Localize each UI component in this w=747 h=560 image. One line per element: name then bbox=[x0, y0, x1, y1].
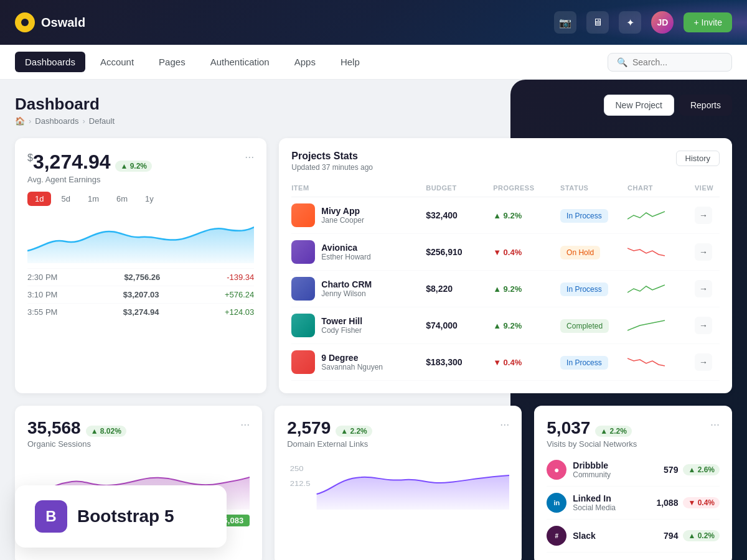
share-icon[interactable]: ✦ bbox=[619, 11, 641, 34]
top-grid: $3,274.94 ▲ 9.2% Avg. Agent Earnings ···… bbox=[15, 138, 732, 393]
filter-1m[interactable]: 1m bbox=[80, 192, 106, 206]
projects-card-header: Projects Stats Updated 37 minutes ago Hi… bbox=[291, 151, 720, 172]
project-row-charto: Charto CRM Jenny Wilson $8,220 ▲ 9.2% In… bbox=[291, 271, 720, 307]
status-badge: In Process bbox=[560, 356, 608, 370]
filter-6m[interactable]: 6m bbox=[109, 192, 135, 206]
earnings-label: Avg. Agent Earnings bbox=[27, 175, 152, 184]
nav-item-account[interactable]: Account bbox=[90, 52, 144, 72]
status-badge: Completed bbox=[560, 319, 609, 333]
new-project-button[interactable]: New Project bbox=[604, 95, 674, 116]
time-filters: 1d 5d 1m 6m 1y bbox=[27, 192, 254, 206]
earnings-badge: ▲ 9.2% bbox=[115, 161, 152, 172]
earnings-more-button[interactable]: ··· bbox=[245, 151, 254, 164]
social-row-slack: # Slack 794 ▲ 0.2% bbox=[547, 520, 720, 553]
domain-value: 2,579 bbox=[287, 418, 331, 438]
domain-label: Domain External Links bbox=[287, 439, 372, 449]
camera-icon[interactable]: 📷 bbox=[554, 11, 576, 34]
logo-icon bbox=[15, 12, 35, 32]
row-arrow-charto[interactable]: → bbox=[695, 280, 712, 297]
row-arrow-9degree[interactable]: → bbox=[695, 353, 712, 371]
projects-subtitle: Updated 37 minutes ago bbox=[291, 163, 373, 172]
search-bar[interactable]: 🔍 bbox=[608, 53, 732, 72]
timeline-row: 3:55 PM $3,274.94 +124.03 bbox=[27, 303, 254, 320]
status-badge: In Process bbox=[560, 282, 608, 296]
earnings-chart bbox=[27, 213, 254, 263]
bootstrap-text: Bootstrap 5 bbox=[77, 506, 174, 526]
row-arrow-mivy[interactable]: → bbox=[695, 207, 712, 224]
row-arrow-tower[interactable]: → bbox=[695, 317, 712, 334]
breadcrumb-home: 🏠 bbox=[15, 116, 25, 126]
filter-1y[interactable]: 1y bbox=[138, 192, 161, 206]
status-badge: In Process bbox=[560, 209, 608, 223]
search-icon: 🔍 bbox=[617, 57, 627, 67]
svg-text:212.5: 212.5 bbox=[290, 480, 311, 488]
filter-5d[interactable]: 5d bbox=[54, 192, 77, 206]
navbar: Dashboards Account Pages Authentication … bbox=[0, 45, 747, 80]
page-content: Dashboard 🏠 › Dashboards › Default New P… bbox=[0, 80, 747, 560]
organic-label: Organic Sessions bbox=[27, 439, 126, 449]
page-header-buttons: New Project Reports bbox=[604, 95, 733, 116]
search-input[interactable] bbox=[632, 57, 723, 67]
earnings-value: $3,274.94 bbox=[27, 151, 110, 174]
projects-card: Projects Stats Updated 37 minutes ago Hi… bbox=[279, 138, 732, 393]
history-button[interactable]: History bbox=[676, 151, 720, 166]
row-arrow-avionica[interactable]: → bbox=[695, 243, 712, 261]
earnings-card: $3,274.94 ▲ 9.2% Avg. Agent Earnings ···… bbox=[15, 138, 266, 393]
timeline-row: 3:10 PM $3,207.03 +576.24 bbox=[27, 286, 254, 303]
topbar-actions: 📷 🖥 ✦ JD + Invite bbox=[554, 11, 732, 34]
bootstrap-overlay-card: B Bootstrap 5 bbox=[15, 485, 227, 548]
topbar: Oswald 📷 🖥 ✦ JD + Invite bbox=[0, 0, 747, 45]
invite-button[interactable]: + Invite bbox=[684, 12, 732, 32]
bootstrap-icon: B bbox=[35, 500, 67, 533]
nav-item-apps[interactable]: Apps bbox=[284, 52, 326, 72]
social-networks-card: 5,037 ▲ 2.2% Visits by Social Networks ·… bbox=[534, 406, 732, 560]
social-more-button[interactable]: ··· bbox=[710, 418, 720, 431]
nav-item-authentication[interactable]: Authentication bbox=[200, 52, 280, 72]
projects-title: Projects Stats bbox=[291, 151, 373, 162]
project-row-mivy: Mivy App Jane Cooper $32,400 ▲ 9.2% In P… bbox=[291, 197, 720, 234]
social-badge: ▲ 2.2% bbox=[595, 426, 632, 437]
timeline-rows: 2:30 PM $2,756.26 -139.34 3:10 PM $3,207… bbox=[27, 268, 254, 320]
logo-text: Oswald bbox=[41, 16, 85, 30]
breadcrumb-default: Default bbox=[89, 116, 115, 126]
logo-area: Oswald bbox=[15, 12, 85, 32]
domain-badge: ▲ 2.2% bbox=[336, 426, 372, 437]
domain-chart: 250 212.5 bbox=[287, 454, 509, 510]
domain-more-button[interactable]: ··· bbox=[500, 418, 509, 431]
social-value: 5,037 bbox=[547, 418, 590, 438]
domain-card: 2,579 ▲ 2.2% Domain External Links ··· bbox=[275, 406, 522, 560]
nav-item-dashboards[interactable]: Dashboards bbox=[15, 52, 85, 72]
projects-table-header: ITEM BUDGET PROGRESS STATUS CHART VIEW bbox=[291, 182, 720, 197]
page-header-left: Dashboard 🏠 › Dashboards › Default bbox=[15, 95, 115, 126]
organic-badge: ▲ 8.02% bbox=[86, 426, 126, 437]
reports-button[interactable]: Reports bbox=[679, 95, 732, 116]
nav-item-pages[interactable]: Pages bbox=[149, 52, 195, 72]
timeline-row: 2:30 PM $2,756.26 -139.34 bbox=[27, 268, 254, 286]
desktop-icon[interactable]: 🖥 bbox=[586, 11, 609, 34]
dribbble-icon: ● bbox=[547, 460, 566, 480]
organic-value: 35,568 bbox=[27, 418, 81, 438]
slack-icon: # bbox=[547, 526, 566, 546]
social-label: Visits by Social Networks bbox=[547, 439, 637, 449]
status-badge: On Hold bbox=[560, 246, 600, 259]
project-row-tower: Tower Hill Cody Fisher $74,000 ▲ 9.2% Co… bbox=[291, 307, 720, 344]
breadcrumb: 🏠 › Dashboards › Default bbox=[15, 116, 115, 126]
social-row-linkedin: in Linked In Social Media 1,088 ▼ 0.4% bbox=[547, 487, 720, 520]
page-title: Dashboard bbox=[15, 95, 115, 114]
nav-item-help[interactable]: Help bbox=[331, 52, 370, 72]
avatar[interactable]: JD bbox=[651, 11, 674, 34]
linkedin-icon: in bbox=[547, 493, 566, 513]
breadcrumb-dashboards: Dashboards bbox=[35, 116, 78, 126]
svg-text:250: 250 bbox=[290, 465, 304, 473]
project-row-9degree: 9 Degree Savannah Nguyen $183,300 ▼ 0.4%… bbox=[291, 344, 720, 381]
page-header: Dashboard 🏠 › Dashboards › Default New P… bbox=[15, 95, 732, 126]
organic-more-button[interactable]: ··· bbox=[240, 418, 250, 431]
filter-1d[interactable]: 1d bbox=[27, 192, 51, 206]
project-row-avionica: Avionica Esther Howard $256,910 ▼ 0.4% O… bbox=[291, 234, 720, 271]
social-row-dribbble: ● Dribbble Community 579 ▲ 2.6% bbox=[547, 454, 720, 487]
